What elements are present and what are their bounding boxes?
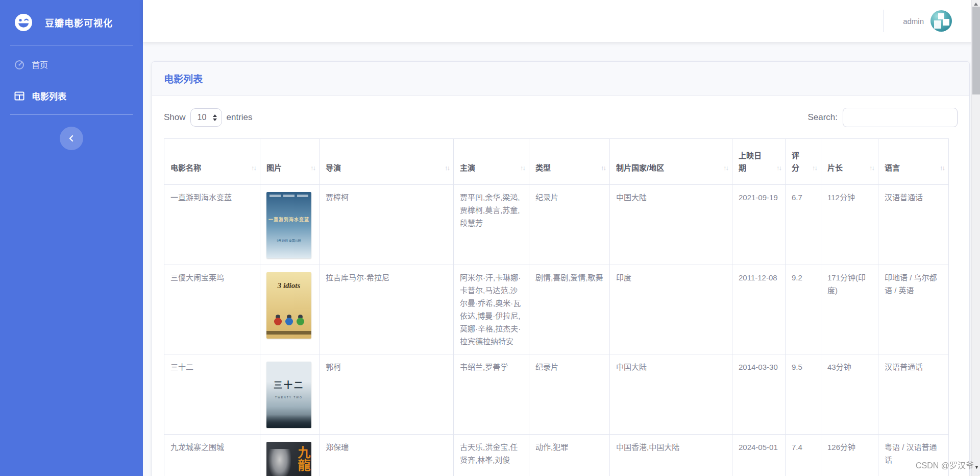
cell-genre: 纪录片 (529, 185, 610, 265)
movies-table: 电影名称↑↓图片↑↓导演↑↓主演↑↓类型↑↓制片国家/地区↑↓上映日期↑↓评分↑… (164, 138, 949, 476)
page-content: 电影列表 Show 10 entries Search: (143, 42, 980, 476)
column-label: 导演 (326, 163, 341, 172)
movie-poster: 九龍 (266, 442, 311, 476)
sidebar-collapse-button[interactable] (60, 127, 83, 150)
sidebar-item-movie-list[interactable]: 电影列表 (0, 79, 143, 112)
movie-poster: 一直游到海水变蓝9月19日 全国公映 (266, 192, 311, 258)
sort-icon: ↑↓ (869, 162, 874, 174)
cell-poster: 九龍 (260, 435, 320, 476)
cell-duration: 112分钟 (821, 185, 878, 265)
cell-director: 拉吉库马尔·希拉尼 (320, 265, 454, 354)
cell-director: 郭柯 (320, 354, 454, 435)
smiley-logo-icon (14, 13, 33, 32)
search-group: Search: (807, 108, 958, 127)
chevron-left-icon (67, 134, 76, 142)
show-label: Show (164, 112, 186, 123)
cell-region: 中国大陆 (610, 354, 732, 435)
sort-icon: ↑↓ (520, 162, 525, 174)
dashboard-icon (14, 59, 24, 69)
cell-poster: 3 idiots (260, 265, 320, 354)
sidebar-item-home[interactable]: 首页 (0, 50, 143, 79)
column-label: 制片国家/地区 (616, 163, 664, 172)
main-area: admin 电影列表 Show 10 entries (143, 0, 980, 476)
sort-icon: ↑↓ (776, 162, 781, 174)
column-label: 片长 (827, 163, 843, 172)
cell-name: 三十二 (164, 354, 260, 435)
table-icon (14, 91, 24, 101)
cell-cast: 韦绍兰,罗善学 (454, 354, 529, 435)
column-header-genre[interactable]: 类型↑↓ (529, 139, 610, 185)
watermark: CSDN @罗汉爷 ▼ (916, 459, 979, 471)
sidebar-divider (10, 114, 133, 115)
table-row: 三傻大闹宝莱坞3 idiots拉吉库马尔·希拉尼阿米尔·汗,卡琳娜·卡普尔,马达… (164, 265, 949, 354)
cell-director: 贾樟柯 (320, 185, 454, 265)
sidebar-item-label: 电影列表 (32, 89, 66, 102)
cell-rating: 7.4 (786, 435, 821, 476)
cell-name: 一直游到海水变蓝 (164, 185, 260, 265)
column-label: 语言 (885, 163, 900, 172)
scrollbar-thumb[interactable] (972, 7, 980, 94)
sort-icon: ↑↓ (812, 162, 817, 174)
movie-poster: 3 idiots (266, 272, 311, 339)
page-size-select[interactable]: 10 (190, 108, 222, 127)
cell-rating: 9.2 (786, 265, 821, 354)
cell-cast: 古天乐,洪金宝,任贤齐,林峯,刘俊 (454, 435, 529, 476)
cell-director: 郑保瑞 (320, 435, 454, 476)
column-label: 评分 (792, 151, 799, 172)
up-arrow-icon (974, 3, 978, 6)
table-controls: Show 10 entries Search: (164, 108, 958, 127)
sort-icon: ↑↓ (601, 162, 605, 174)
sort-icon: ↑↓ (940, 162, 944, 174)
column-header-language[interactable]: 语言↑↓ (878, 139, 949, 185)
vertical-scrollbar[interactable] (971, 0, 980, 476)
cell-poster: 三十二TWENTY TWO (260, 354, 320, 435)
search-input[interactable] (843, 108, 958, 127)
table-row: 一直游到海水变蓝一直游到海水变蓝9月19日 全国公映贾樟柯贾平凹,余华,梁鸿,贾… (164, 185, 949, 265)
cell-region: 中国大陆 (610, 185, 732, 265)
cell-cast: 贾平凹,余华,梁鸿,贾樟柯,莫言,苏童,段慧芳 (454, 185, 529, 265)
movie-poster: 三十二TWENTY TWO (266, 362, 311, 428)
user-avatar[interactable] (930, 10, 952, 32)
column-label: 主演 (460, 163, 475, 172)
cell-rating: 6.7 (786, 185, 821, 265)
entries-label: entries (227, 112, 253, 123)
column-header-cast[interactable]: 主演↑↓ (454, 139, 529, 185)
select-arrows-icon (213, 114, 217, 121)
watermark-text: CSDN @罗汉爷 (916, 459, 974, 471)
column-header-director[interactable]: 导演↑↓ (320, 139, 454, 185)
cell-duration: 171分钟(印度) (821, 265, 878, 354)
cell-genre: 动作,犯罪 (529, 435, 610, 476)
cell-release_date: 2021-09-19 (732, 185, 786, 265)
column-header-rating[interactable]: 评分↑↓ (786, 139, 821, 185)
column-header-poster[interactable]: 图片↑↓ (260, 139, 320, 185)
column-header-duration[interactable]: 片长↑↓ (821, 139, 878, 185)
cell-region: 中国香港,中国大陆 (610, 435, 732, 476)
brand-link[interactable]: 豆瓣电影可视化 (0, 0, 143, 45)
cell-genre: 剧情,喜剧,爱情,歌舞 (529, 265, 610, 354)
cell-language: 印地语 / 乌尔都语 / 英语 (878, 265, 949, 354)
page-size-group: Show 10 entries (164, 108, 253, 127)
topbar-divider (883, 10, 884, 32)
table-row: 三十二三十二TWENTY TWO郭柯韦绍兰,罗善学纪录片中国大陆2014-03-… (164, 354, 949, 435)
column-label: 电影名称 (170, 163, 201, 172)
cell-release_date: 2024-05-01 (732, 435, 786, 476)
column-label: 类型 (535, 163, 551, 172)
sidebar-divider (10, 45, 133, 45)
topbar: admin (143, 0, 980, 42)
cell-region: 印度 (610, 265, 732, 354)
watermark-caret-icon: ▼ (974, 465, 979, 471)
sort-icon: ↑↓ (251, 162, 256, 174)
cell-poster: 一直游到海水变蓝9月19日 全国公映 (260, 185, 320, 265)
column-header-region[interactable]: 制片国家/地区↑↓ (610, 139, 732, 185)
sort-icon: ↑↓ (445, 162, 449, 174)
card-title: 电影列表 (164, 74, 203, 85)
sidebar: 豆瓣电影可视化 首页 电影列表 (0, 0, 143, 476)
sort-icon: ↑↓ (310, 162, 315, 174)
search-label: Search: (807, 112, 838, 123)
cell-release_date: 2014-03-30 (732, 354, 786, 435)
column-header-name[interactable]: 电影名称↑↓ (164, 139, 260, 185)
cell-name: 九龙城寨之围城 (164, 435, 260, 476)
username-label[interactable]: admin (903, 17, 924, 26)
card-header: 电影列表 (152, 62, 969, 96)
column-header-release_date[interactable]: 上映日期↑↓ (732, 139, 786, 185)
